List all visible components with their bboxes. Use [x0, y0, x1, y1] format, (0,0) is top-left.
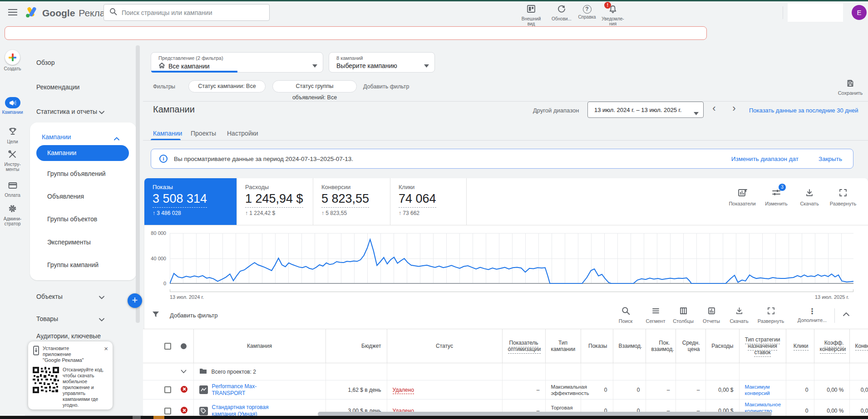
sidebar-item-ad-groups[interactable]: Группы объявлений: [47, 170, 106, 177]
y-tick-40000: 40 000: [145, 256, 166, 261]
expander-chevron-icon[interactable]: [175, 363, 193, 380]
campaign-selector[interactable]: 8 кампаний Выберите кампанию: [329, 52, 435, 73]
edit-chart-button[interactable]: 3 Изменить: [760, 188, 793, 206]
col-conversions[interactable]: Конверсии: [849, 329, 868, 363]
chevron-up-icon[interactable]: [114, 134, 119, 142]
sidebar-item-recommendations[interactable]: Рекомендации: [36, 83, 79, 91]
download-icon: [805, 191, 814, 199]
sidebar-item-campaign-groups[interactable]: Группы кампаний: [47, 261, 99, 268]
col-interactions[interactable]: Взаимод.: [613, 329, 646, 363]
rail-item-campaigns[interactable]: Кампании: [0, 97, 25, 115]
date-range-label: Другой диапазон: [533, 107, 579, 114]
chevron-down-icon[interactable]: [99, 293, 104, 301]
app-install-popup: Установите приложение "Google Реклама" ×: [28, 341, 113, 409]
sidebar-item-products[interactable]: Товары: [36, 315, 58, 322]
more-button[interactable]: ⋮ Дополните...: [794, 307, 830, 323]
add-fab-button[interactable]: +: [128, 293, 142, 308]
notifications-button[interactable]: ! Уведомле-ния: [597, 5, 629, 26]
col-status[interactable]: Статус: [387, 329, 502, 363]
collapse-table-chevron[interactable]: [843, 310, 850, 318]
sidebar-group-campaigns[interactable]: Кампании: [42, 133, 71, 141]
prev-range-button[interactable]: ‹: [707, 102, 721, 114]
menu-icon[interactable]: [8, 9, 17, 15]
table-download-button[interactable]: Скачать: [721, 307, 757, 324]
col-campaign[interactable]: Кампания: [193, 329, 326, 363]
table-row[interactable]: Performance Max-TRANSPORT 1,62 $ в день …: [143, 380, 868, 400]
account-info-box: [788, 3, 843, 22]
col-opt-score[interactable]: Показатель оптимизации: [502, 329, 545, 363]
col-bid-strategy[interactable]: Тип стратегии назначения ставок: [739, 329, 786, 363]
tab-campaigns[interactable]: Кампании: [153, 130, 182, 137]
edit-badge: 3: [779, 184, 786, 191]
col-cost[interactable]: Расходы: [705, 329, 739, 363]
save-button[interactable]: Сохранить: [837, 79, 864, 96]
metrics-button[interactable]: Показатели: [725, 188, 759, 206]
sidebar-item-campaigns-active[interactable]: Кампании: [36, 145, 129, 161]
funnel-icon[interactable]: [152, 310, 160, 320]
sidebar-item-objects[interactable]: Объекты: [36, 293, 63, 300]
chevron-down-icon[interactable]: [99, 108, 104, 116]
campaign-link[interactable]: Performance Max-TRANSPORT: [212, 383, 272, 397]
stat-card-clicks[interactable]: Клики 74 064 ↑ 73 662: [390, 178, 467, 225]
show-last-30-days-link[interactable]: Показать данные за последние 30 дней: [749, 107, 858, 114]
expand-chart-button[interactable]: Развернуть: [826, 188, 860, 206]
col-impressions[interactable]: Показы: [581, 329, 613, 363]
bid-strategy-link[interactable]: Максимум конверсий: [745, 384, 784, 396]
avatar[interactable]: E: [852, 5, 867, 20]
projects-group-row[interactable]: Всего проектов: 2: [143, 363, 868, 380]
info-icon: i: [159, 155, 168, 163]
close-icon[interactable]: ×: [104, 346, 108, 363]
sidebar-item-ads[interactable]: Объявления: [47, 193, 84, 200]
col-type[interactable]: Тип кампании: [545, 329, 581, 363]
table-add-filter[interactable]: Добавить фильтр: [170, 312, 218, 319]
rail-item-admin[interactable]: Админи-стратор: [0, 204, 25, 226]
stat-card-cost[interactable]: Расходы 1 245,94 $ ↑ 1 224,42 $: [237, 178, 313, 225]
col-clicks[interactable]: Клики: [786, 329, 814, 363]
select-all-checkbox[interactable]: [159, 329, 175, 363]
sidebar-item-overview[interactable]: Обзор: [36, 59, 54, 66]
sidebar-item-insights[interactable]: Статистика и отчеты: [36, 108, 97, 115]
megaphone-icon: [5, 97, 20, 108]
segment-icon: [651, 309, 660, 317]
sidebar-item-asset-groups[interactable]: Группы объектов: [47, 215, 97, 223]
col-budget[interactable]: Бюджет: [326, 329, 387, 363]
toolbar-divider: [834, 308, 835, 323]
banner-close-link[interactable]: Закрыть: [819, 156, 842, 162]
date-info-banner: i Вы просматриваете данные за период 202…: [151, 149, 853, 169]
appearance-button[interactable]: Внешнийвид: [515, 5, 547, 26]
col-inter-rate[interactable]: Пок. взаимод.: [646, 329, 676, 363]
tab-projects[interactable]: Проекты: [191, 130, 216, 137]
appearance-icon: [526, 7, 536, 15]
col-avg-cost[interactable]: Средн. цена: [676, 329, 705, 363]
filter-chip-adgroup-status[interactable]: Статус группы объявлений: Все: [272, 80, 357, 93]
change-date-range-link[interactable]: Изменить диапазон дат: [731, 156, 799, 162]
stat-card-impressions[interactable]: Показы 3 508 314 ↑ 3 486 028: [144, 178, 237, 225]
brand-google: Google: [42, 8, 75, 19]
google-ads-logo-icon: [25, 6, 39, 20]
tab-settings[interactable]: Настройки: [227, 130, 258, 137]
add-filter-link[interactable]: Добавить фильтр: [363, 83, 409, 90]
view-selector[interactable]: Представление (2 фильтра) Все кампании: [151, 52, 323, 73]
shopping-tag-icon: [199, 407, 208, 415]
date-range-selector[interactable]: 13 июл. 2024 г. – 13 июл. 2025 г.: [587, 102, 704, 118]
col-conv-rate[interactable]: Коэфф. конверсии: [814, 329, 849, 363]
next-range-button[interactable]: ›: [727, 102, 741, 114]
row-checkbox[interactable]: [159, 380, 175, 400]
up-arrow-icon: ↑: [153, 210, 155, 216]
stat-card-conversions[interactable]: Конверсии 5 823,55 ↑ 5 823,55: [313, 178, 390, 225]
impressions-line-chart[interactable]: [170, 233, 853, 284]
chevron-down-icon[interactable]: [99, 315, 104, 323]
rail-item-tools[interactable]: Инстру-менты: [0, 150, 25, 172]
content-scrollbar[interactable]: [136, 45, 140, 323]
filters-label: Фильтры: [153, 83, 175, 90]
create-button[interactable]: Создать: [0, 50, 25, 71]
search-input[interactable]: Поиск страницы или кампании: [104, 4, 270, 21]
rail-item-goals[interactable]: Цели: [0, 127, 25, 144]
filter-chip-campaign-status[interactable]: Статус кампании: Все: [188, 80, 266, 93]
y-tick-80000: 80 000: [145, 230, 166, 236]
rail-item-billing[interactable]: Оплата: [0, 181, 25, 198]
sidebar-item-experiments[interactable]: Эксперименты: [47, 239, 91, 246]
download-chart-button[interactable]: Скачать: [793, 188, 826, 206]
sidebar-item-audiences[interactable]: Аудитории, ключевые: [36, 332, 101, 340]
table-expand-button[interactable]: Развернуть: [753, 307, 789, 324]
